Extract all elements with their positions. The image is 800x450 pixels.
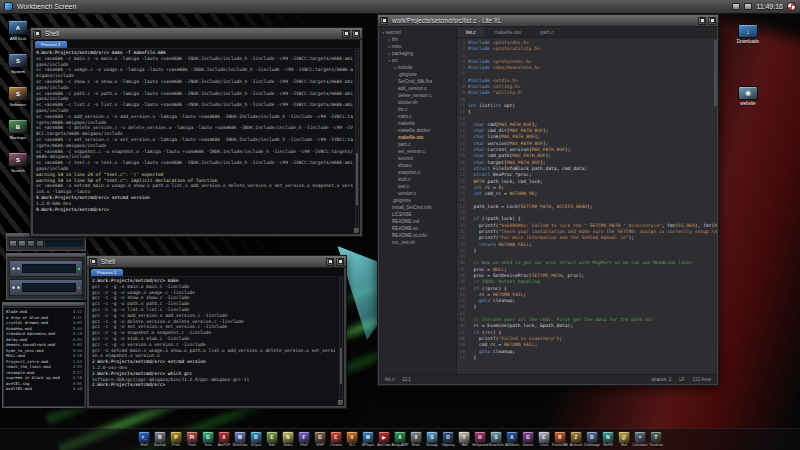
editor-tab-makefile.osx[interactable]: makefile.osx [486,27,532,37]
tree-item-set_version.c[interactable]: set_version.c [379,148,456,155]
tree-item-snapshot.c[interactable]: snapshot.c [379,169,456,176]
tree-item-version.c[interactable]: version.c [379,190,456,197]
dock-item-games[interactable]: GGames [521,431,535,447]
dock-item-odyssey[interactable]: OOdyssey [441,431,455,447]
status-indent[interactable]: spaces: 2 [652,377,672,382]
dock-item-calculator[interactable]: =Calculator [633,431,647,447]
dock-item-clock[interactable]: CClock [537,431,551,447]
player-module[interactable] [9,279,83,296]
iconify-icon[interactable] [342,30,350,38]
playlist-list[interactable]: Blade.mod4:12a drop of blue.mod3:21cryst… [4,308,84,406]
tree-item-makefile[interactable]: makefile [379,120,456,127]
dock-item-amistore[interactable]: AAMIStore [505,431,519,447]
tree-item-README.txt.info[interactable]: README.txt.info [379,232,456,239]
dock-item-guru[interactable]: GGuru [201,431,215,447]
depth-icon[interactable] [352,30,360,38]
tree-item-run_test.sh[interactable]: run_test.sh [379,239,456,246]
iconify-icon[interactable] [698,17,706,25]
tree-item-docker.sh[interactable]: docker.sh [379,99,456,106]
iconify-icon[interactable] [326,258,334,266]
knob-icon[interactable] [17,267,20,270]
terminal-output[interactable]: 2.Work:Projects/setcmd/src> makegcc -c -… [92,278,337,404]
file-tree[interactable]: ▾setcmd▸bin▸misc▸packaging▾src▸include.g… [379,27,457,374]
dock-item-filex[interactable]: FFileX [297,431,311,447]
dock-item-runinuae[interactable]: RRunInUAE [553,431,567,447]
tree-item-README.md[interactable]: README.md [379,218,456,225]
tree-item-stub.c[interactable]: stub.c [379,176,456,183]
tree-item-packaging[interactable]: ▸packaging [379,50,456,57]
terminal-tab-process1[interactable]: Process 1 [91,269,123,276]
dock-item-multiview[interactable]: MMultiView [233,431,247,447]
titlebar[interactable] [7,254,85,258]
screens-icon[interactable] [732,3,740,10]
dock-item-paint[interactable]: PtPaint [185,431,199,447]
dock-item-amipdf[interactable]: AAmiPDF [217,431,231,447]
titlebar[interactable]: work/Projects/setcmd/src/list.c - Lite X… [378,15,718,27]
boing-ball-icon[interactable] [787,2,796,11]
tree-item-src[interactable]: ▾src [379,57,456,64]
scrollbar-knob[interactable] [356,153,358,206]
terminal-tab-process1[interactable]: Process 1 [35,41,67,48]
dock-item-hollywood[interactable]: HHollywood [473,431,487,447]
resize-gadget[interactable] [354,228,359,233]
dock-item-mixer[interactable]: XMixer [409,431,423,447]
dock-item-netfs[interactable]: NNetFS [601,431,615,447]
left-dock-item-ami-disk[interactable]: AAMI Disk [8,20,28,41]
editor-tab-path.c[interactable]: path.c [531,27,563,37]
knob-icon[interactable] [12,267,15,270]
left-dock-item-scratch[interactable]: SScratch [8,152,28,173]
close-icon[interactable] [33,30,41,38]
prev-button[interactable] [27,240,35,247]
dock-item-dopus[interactable]: DDOpus [249,431,263,447]
terminal-output[interactable]: 9.Work:Projects/setcmd/src> make -f make… [36,50,353,232]
dock-item-edit[interactable]: EEdit [265,431,279,447]
knob-icon[interactable] [17,286,20,289]
dock-item-mail[interactable]: @Mail [617,431,631,447]
tree-item-add_version.c[interactable]: add_version.c [379,85,456,92]
tree-item-misc[interactable]: ▸misc [379,43,456,50]
dock-item-diskimage[interactable]: DDiskImage [585,431,599,447]
tree-item-test.c[interactable]: test.c [379,183,456,190]
desktop-icon-website[interactable]: ◉ website [728,86,768,106]
desktop-icon-downloads[interactable]: ↓ Downloads [728,24,768,44]
terminal-scrollbar[interactable] [339,278,343,399]
dock-item-amigaamp[interactable]: AAmigaAMP [393,431,407,447]
dock-item-archiver[interactable]: ZArchiver [569,431,583,447]
knob-icon[interactable] [12,286,15,289]
tree-item-.gitignore[interactable]: .gitignore [379,71,456,78]
tree-item-SetCmd_68k.lha[interactable]: SetCmd_68k.lha [379,78,456,85]
editor-scrollbar[interactable] [714,40,717,106]
dock-item-prefs[interactable]: PPrefs [169,431,183,447]
dock-item-vlc[interactable]: VVLC [345,431,359,447]
tree-item-setcmd[interactable]: ▾setcmd [379,29,456,36]
player-module[interactable] [9,260,83,277]
tree-item-list.c[interactable]: list.c [379,106,456,113]
depth-icon[interactable] [708,17,716,25]
tree-item-delete_version.c[interactable]: delete_version.c [379,92,456,99]
tree-item-main.c[interactable]: main.c [379,113,456,120]
editor-tab-list.c[interactable]: list.c [457,27,486,37]
tree-item-setcmd[interactable]: setcmd [379,155,456,162]
titlebar[interactable]: Shell [87,256,346,268]
status-eol[interactable]: LF [679,377,684,382]
dock-item-chrome[interactable]: CChrome [329,431,343,447]
dock-item-yam[interactable]: YYAM [457,431,471,447]
tree-item-LICENSE[interactable]: LICENSE [379,211,456,218]
tree-item-path.c[interactable]: path.c [379,141,456,148]
titlebar[interactable] [3,303,85,307]
depth-icon[interactable] [336,258,344,266]
dock-item-shell[interactable]: >_Shell [137,431,151,447]
close-icon[interactable] [380,17,388,25]
network-icon[interactable] [744,3,752,10]
tree-item-README.txt[interactable]: README.txt [379,225,456,232]
tree-item-install_SetCmd.info[interactable]: install_SetCmd.info [379,204,456,211]
code-area[interactable]: 1#include <proto/dos.h>2#include <proto/… [457,38,717,374]
tree-item-makefile.docker[interactable]: makefile.docker [379,127,456,134]
dock-item-showgirls[interactable]: SShowGirls [489,431,503,447]
titlebar[interactable]: Shell [31,28,362,40]
next-button[interactable] [36,240,44,247]
tree-item-makefile.osx[interactable]: makefile.osx [379,134,456,141]
playlist-row[interactable]: axelf81.mod3:40 [4,386,84,392]
dock-item-gimp[interactable]: GGIMP [313,431,327,447]
close-icon[interactable] [89,258,97,266]
